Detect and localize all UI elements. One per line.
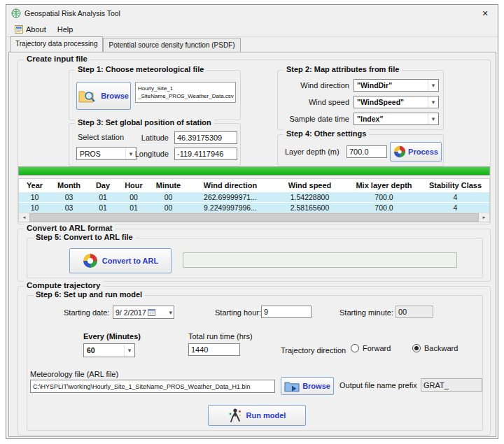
- group-step2: Step 2: Map attributes from file Wind di…: [277, 70, 444, 130]
- step2-title: Step 2: Map attributes from file: [284, 65, 402, 73]
- step3-title: Step 3: Set global position of station: [75, 118, 214, 127]
- convert-to-arl-button[interactable]: Convert to ARL: [69, 248, 172, 273]
- scrollbar-thumb[interactable]: [29, 213, 479, 222]
- col-day: Day: [88, 181, 118, 189]
- col-mix-layer-depth: Mix layer depth: [346, 181, 421, 189]
- group-compute-title: Compute trajectory: [24, 281, 103, 289]
- radio-backward-circle: [412, 344, 421, 352]
- met-arl-file-label: Meteorology file (ARL file): [30, 370, 118, 378]
- menu-about-label: About: [26, 25, 46, 34]
- menu-help[interactable]: Help: [52, 24, 79, 35]
- step4-title: Step 4: Other settings: [284, 129, 369, 138]
- step5-title: Step 5: Convert to ARL file: [33, 233, 136, 241]
- every-minutes-value: 60: [87, 346, 95, 355]
- output-prefix-label: Output file name prefix: [340, 381, 417, 389]
- longitude-label: Longitude: [131, 150, 169, 158]
- wind-direction-value: "WindDir": [357, 81, 392, 89]
- wind-speed-label: Wind speed: [282, 98, 349, 106]
- col-wind-speed: Wind speed: [273, 181, 346, 189]
- radio-forward-label: Forward: [363, 344, 391, 352]
- starting-hour-label: Starting hour:: [215, 308, 261, 317]
- step1-title: Step 1: Choose meteorological file: [75, 65, 206, 73]
- chevron-down-icon: ▾: [428, 113, 438, 124]
- starting-date-picker[interactable]: 9/ 2/2017 ▾: [113, 306, 174, 319]
- cell: 4: [421, 203, 489, 212]
- chevron-down-icon: ▾: [428, 96, 438, 108]
- starting-minute-field: 00: [396, 306, 433, 318]
- station-value: PROS: [80, 150, 101, 158]
- tab-strip: Trajectory data processing Potential sou…: [10, 38, 241, 52]
- cell: 10: [19, 203, 50, 212]
- weather-data-table: Year Month Day Hour Minute Wind directio…: [18, 178, 490, 222]
- scroll-left-icon[interactable]: ◄: [19, 213, 29, 222]
- cell: 10: [19, 193, 50, 201]
- table-row[interactable]: 10 03 01 01 00 9.2249997996... 2.5816560…: [19, 203, 489, 213]
- starting-hour-input[interactable]: [261, 306, 312, 318]
- table-hscrollbar[interactable]: ◄ ►: [19, 213, 489, 222]
- load-progress-bar: [18, 166, 490, 176]
- calendar-icon: [148, 308, 155, 316]
- menu-about[interactable]: About: [9, 24, 52, 35]
- cell: 00: [149, 193, 188, 201]
- browse-arl-label: Browse: [302, 382, 330, 390]
- group-step6: Step 6: Set up and run model Starting da…: [27, 295, 483, 431]
- table-row[interactable]: 10 03 01 00 00 262.69999971... 1.5422880…: [19, 192, 489, 202]
- station-select[interactable]: PROS ▾: [76, 147, 136, 160]
- wind-speed-value: "WindSpeed": [357, 98, 404, 106]
- col-month: Month: [50, 181, 88, 189]
- close-button[interactable]: ✕: [472, 5, 498, 22]
- group-create-input-title: Create input file: [24, 55, 90, 63]
- run-model-button[interactable]: Run model: [208, 405, 306, 426]
- folder-search-icon: [78, 89, 97, 103]
- latitude-input[interactable]: [174, 131, 237, 144]
- chevron-down-icon: ▾: [167, 309, 174, 316]
- run-model-label: Run model: [246, 411, 286, 420]
- process-label: Process: [408, 148, 438, 156]
- trajectory-direction-label: Trajectory direction: [281, 346, 346, 355]
- layer-depth-input[interactable]: [346, 145, 387, 158]
- total-run-time-label: Total run time (hrs): [188, 332, 253, 341]
- cell: 00: [118, 193, 149, 201]
- about-icon: [15, 25, 23, 34]
- cell: 4: [421, 193, 489, 201]
- group-convert-title: Convert to ARL format: [24, 224, 115, 232]
- wind-direction-label: Wind direction: [282, 81, 349, 89]
- tab-trajectory-data-processing[interactable]: Trajectory data processing: [10, 36, 103, 52]
- cell: 700.0: [346, 193, 421, 201]
- tab-psdf[interactable]: Potential source density function (PSDF): [103, 38, 240, 52]
- chevron-down-icon: ▾: [124, 344, 134, 357]
- step6-title: Step 6: Set up and run model: [33, 290, 145, 299]
- cell: 01: [118, 203, 149, 212]
- output-prefix-input[interactable]: [421, 378, 482, 392]
- col-minute: Minute: [149, 181, 188, 189]
- run-figure-icon: [228, 408, 242, 423]
- cell: 1.54228800: [273, 193, 346, 201]
- convert-to-arl-label: Convert to ARL: [102, 257, 158, 265]
- folder-arrow-icon: [284, 380, 300, 392]
- table-header-row: Year Month Day Hour Minute Wind directio…: [19, 179, 489, 192]
- radio-backward[interactable]: Backward: [412, 344, 458, 352]
- app-window: Geospatial Risk Analysis Tool ✕ About He…: [6, 4, 498, 439]
- sample-date-time-select[interactable]: "Index" ▾: [354, 113, 439, 125]
- process-button[interactable]: Process: [390, 142, 442, 162]
- every-minutes-select[interactable]: 60 ▾: [83, 343, 135, 357]
- starting-date-label: Starting date:: [64, 308, 109, 317]
- met-arl-file-input[interactable]: [30, 380, 275, 393]
- col-hour: Hour: [118, 181, 149, 189]
- browse-arl-button[interactable]: Browse: [281, 377, 334, 395]
- scroll-right-icon[interactable]: ►: [479, 213, 489, 222]
- wind-speed-select[interactable]: "WindSpeed" ▾: [354, 96, 439, 108]
- pinwheel-icon: [393, 145, 406, 158]
- radio-forward[interactable]: Forward: [351, 344, 391, 352]
- color-wheel-icon: [83, 253, 98, 268]
- app-globe-icon: [11, 8, 21, 18]
- group-step4: Step 4: Other settings Layer depth (m) P…: [277, 134, 444, 166]
- longitude-input[interactable]: [174, 148, 237, 160]
- browse-met-file-button[interactable]: Browse: [76, 82, 131, 110]
- wind-direction-select[interactable]: "WindDir" ▾: [354, 79, 439, 92]
- group-compute-trajectory: Compute trajectory Step 6: Set up and ru…: [18, 286, 491, 436]
- met-file-name-line2: _SiteName_PROS_Weather_Data.csv: [138, 92, 233, 100]
- group-create-input-file: Create input file Step 1: Choose meteoro…: [18, 59, 491, 224]
- window-title: Geospatial Risk Analysis Tool: [24, 9, 120, 17]
- total-run-time-input[interactable]: [188, 343, 240, 356]
